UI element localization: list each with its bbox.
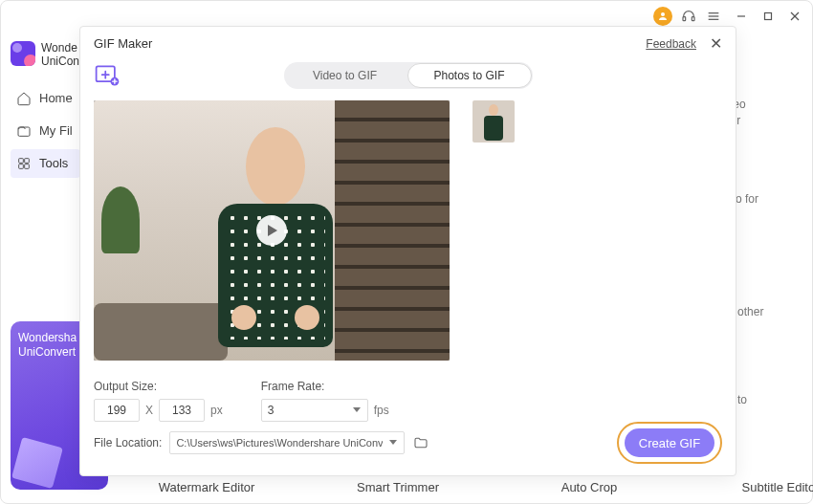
modal-header: GIF Maker Feedback ✕ (80, 27, 736, 56)
feedback-link[interactable]: Feedback (646, 37, 696, 51)
fps-unit: fps (374, 404, 389, 417)
sidebar-item-label: Home (39, 91, 73, 105)
add-media-icon[interactable] (94, 62, 121, 89)
svg-rect-11 (19, 158, 24, 163)
gif-maker-modal: GIF Maker Feedback ✕ Video to GIF Photos… (79, 26, 736, 476)
svg-rect-12 (25, 158, 30, 163)
main-window: Wonde UniCon Home My Fil Tools Wondersha… (0, 0, 813, 504)
create-gif-highlight: Create GIF (617, 422, 722, 464)
headset-icon[interactable] (680, 8, 697, 25)
tile-trimmer[interactable]: Smart Trimmer (317, 480, 479, 499)
mode-tabs: Video to GIF Photos to GIF (284, 62, 533, 89)
svg-rect-2 (692, 17, 694, 21)
tile-watermark[interactable]: Watermark Editor (125, 480, 288, 499)
tools-icon (16, 156, 32, 171)
close-button[interactable] (787, 9, 802, 24)
output-size-group: Output Size: X px (94, 380, 223, 422)
brand-icon (11, 41, 35, 66)
frame-rate-select[interactable]: 3 (261, 399, 368, 422)
sidebar-item-home[interactable]: Home (11, 84, 80, 113)
files-icon (16, 123, 32, 139)
height-input[interactable] (159, 399, 205, 422)
avatar-icon[interactable] (653, 7, 672, 26)
svg-point-0 (661, 12, 665, 16)
svg-rect-14 (25, 164, 30, 168)
brand: Wonde UniCon (11, 41, 80, 69)
tab-photos-to-gif[interactable]: Photos to GIF (407, 63, 532, 88)
tile-subtitle[interactable]: Subtitle Editor (699, 480, 813, 499)
file-location-row: File Location: (94, 431, 429, 454)
frame-rate-group: Frame Rate: 3 fps (261, 380, 389, 422)
hamburger-icon[interactable] (705, 8, 722, 25)
frame-rate-label: Frame Rate: (261, 380, 389, 393)
brand-text: Wonde UniCon (41, 41, 79, 69)
px-unit: px (210, 404, 223, 417)
create-gif-button[interactable]: Create GIF (625, 428, 714, 457)
sidebar-item-label: Tools (39, 156, 68, 170)
maximize-button[interactable] (760, 9, 776, 24)
svg-rect-10 (18, 127, 30, 136)
minimize-button[interactable] (734, 9, 749, 24)
bottom-tiles: Watermark Editor Smart Trimmer Auto Crop… (125, 480, 813, 499)
tab-video-to-gif[interactable]: Video to GIF (284, 62, 406, 89)
play-button[interactable] (256, 215, 287, 246)
home-icon (16, 91, 32, 106)
tile-autocrop[interactable]: Auto Crop (508, 480, 670, 499)
svg-rect-1 (683, 17, 686, 21)
width-input[interactable] (94, 399, 140, 422)
sidebar-item-files[interactable]: My Fil (11, 117, 80, 145)
modal-title: GIF Maker (94, 36, 152, 51)
sidebar-item-tools[interactable]: Tools (11, 149, 80, 178)
file-location-input[interactable] (169, 431, 405, 454)
file-location-select-wrap (169, 431, 405, 454)
svg-rect-7 (765, 13, 772, 20)
size-separator: X (145, 404, 153, 417)
open-folder-icon[interactable] (412, 434, 429, 451)
output-size-label: Output Size: (94, 380, 223, 393)
frame-rate-select-wrap: 3 (261, 399, 368, 422)
preview-pane[interactable] (94, 100, 450, 361)
file-location-label: File Location: (94, 436, 162, 449)
sidebar-item-label: My Fil (39, 123, 73, 138)
thumbnail-1[interactable] (472, 100, 515, 142)
svg-rect-13 (19, 164, 24, 168)
close-icon[interactable]: ✕ (710, 34, 722, 53)
